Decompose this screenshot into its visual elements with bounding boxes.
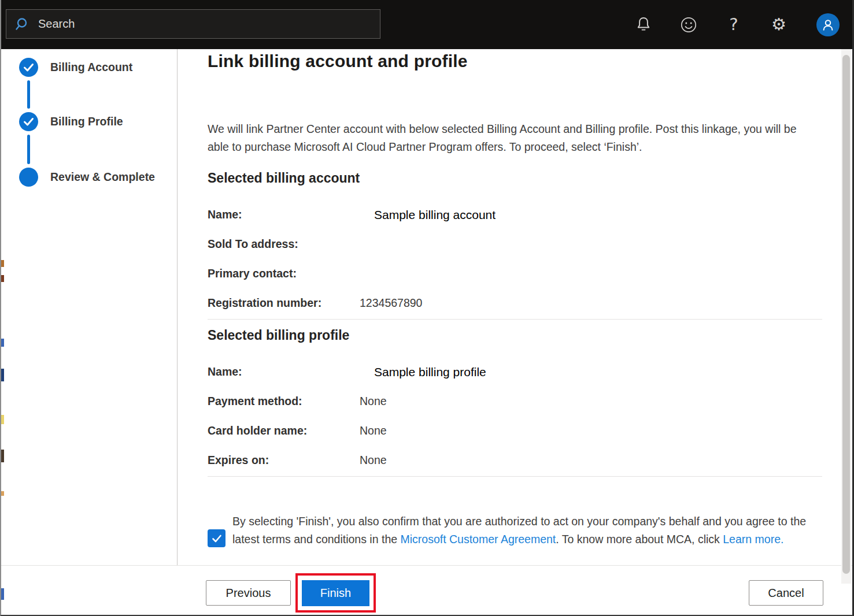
field-value: None: [360, 395, 387, 408]
field-label: Card holder name:: [208, 424, 360, 437]
step-billing-account[interactable]: Billing Account: [19, 58, 132, 77]
agreement-text: By selecting 'Finish', you also confirm …: [232, 513, 818, 548]
top-navigation-bar: ? ⚙: [1, 0, 852, 49]
search-box[interactable]: [6, 9, 380, 39]
clipped-icon-artifact: [1, 369, 4, 381]
step-label: Review & Complete: [50, 170, 155, 184]
field-value: Sample billing account: [360, 208, 496, 222]
field-label: Payment method:: [208, 395, 360, 408]
finish-button[interactable]: Finish: [302, 580, 369, 606]
vertical-scrollbar[interactable]: [841, 49, 851, 584]
wizard-stepper-sidebar: Billing Account Billing Profile Review &…: [1, 49, 178, 565]
field-row-name: Name: Sample billing account: [208, 200, 822, 229]
field-row-card-holder-name: Card holder name: None: [208, 416, 822, 446]
clipped-icon-artifact: [1, 450, 4, 462]
section-divider: [208, 476, 822, 477]
field-row-sold-to-address: Sold To address:: [208, 229, 822, 259]
field-label: Name:: [208, 208, 360, 221]
terms-checkbox[interactable]: [208, 529, 225, 547]
feedback-smiley-icon[interactable]: [679, 15, 698, 35]
field-row-expires-on: Expires on: None: [208, 446, 822, 475]
field-label: Registration number:: [208, 296, 360, 310]
clipped-icon-artifact: [1, 275, 4, 282]
main-content: Link billing account and profile We will…: [178, 49, 852, 565]
partner-center-window: ? ⚙ Billing Account: [0, 0, 854, 616]
checkmark-icon: [210, 532, 223, 545]
step-complete-icon: [19, 112, 38, 131]
field-row-payment-method: Payment method: None: [208, 387, 822, 416]
field-row-registration-number: Registration number: 1234567890: [208, 288, 822, 318]
step-billing-profile[interactable]: Billing Profile: [19, 112, 123, 131]
intro-text: We will link Partner Center account with…: [208, 120, 815, 155]
clipped-icon-artifact: [1, 260, 4, 267]
finish-button-highlight: Finish: [295, 573, 376, 613]
field-label: Expires on:: [208, 454, 360, 467]
page-title: Link billing account and profile: [208, 51, 822, 72]
help-icon[interactable]: ?: [724, 15, 744, 35]
step-review-complete[interactable]: Review & Complete: [19, 168, 155, 187]
clipped-icon-artifact: [1, 339, 4, 347]
step-complete-icon: [19, 58, 38, 77]
field-row-primary-contact: Primary contact:: [208, 259, 822, 288]
field-label: Sold To address:: [208, 238, 360, 251]
clipped-icon-artifact: [1, 588, 4, 600]
step-current-icon: [19, 168, 38, 187]
account-avatar[interactable]: [816, 13, 840, 36]
field-value: Sample billing profile: [360, 365, 486, 379]
search-input[interactable]: [38, 17, 380, 31]
field-value: None: [360, 424, 387, 437]
field-label: Primary contact:: [208, 267, 360, 280]
field-value: None: [360, 454, 387, 467]
wizard-footer: Previous Finish Cancel: [1, 565, 852, 616]
step-label: Billing Account: [50, 61, 132, 74]
terms-agreement: By selecting 'Finish', you also confirm …: [208, 513, 819, 548]
agreement-text-part2: . To know more about MCA, click: [556, 533, 723, 546]
field-label: Name:: [208, 365, 360, 378]
scrollbar-thumb[interactable]: [842, 55, 850, 574]
search-icon: [15, 17, 30, 32]
bell-icon[interactable]: [634, 15, 653, 35]
field-row-name: Name: Sample billing profile: [208, 357, 822, 387]
settings-gear-icon[interactable]: ⚙: [769, 15, 789, 35]
billing-account-fields: Name: Sample billing account Sold To add…: [208, 200, 822, 318]
question-mark-glyph: ?: [729, 16, 738, 33]
billing-account-section-heading: Selected billing account: [208, 170, 822, 186]
step-connector: [27, 80, 30, 109]
microsoft-customer-agreement-link[interactable]: Microsoft Customer Agreement: [401, 533, 556, 546]
clipped-icon-artifact: [1, 491, 4, 496]
billing-profile-section-heading: Selected billing profile: [208, 328, 822, 343]
section-divider: [208, 319, 822, 320]
person-icon: [820, 17, 835, 32]
step-label: Billing Profile: [50, 115, 123, 128]
field-value: 1234567890: [360, 296, 422, 310]
clipped-icon-artifact: [1, 415, 4, 424]
cancel-button[interactable]: Cancel: [749, 580, 823, 606]
gear-glyph: ⚙: [771, 16, 786, 33]
topbar-icon-group: ? ⚙: [634, 0, 840, 49]
previous-button[interactable]: Previous: [206, 580, 291, 606]
billing-profile-fields: Name: Sample billing profile Payment met…: [208, 357, 822, 475]
learn-more-link[interactable]: Learn more.: [723, 533, 783, 546]
step-connector: [27, 135, 30, 164]
